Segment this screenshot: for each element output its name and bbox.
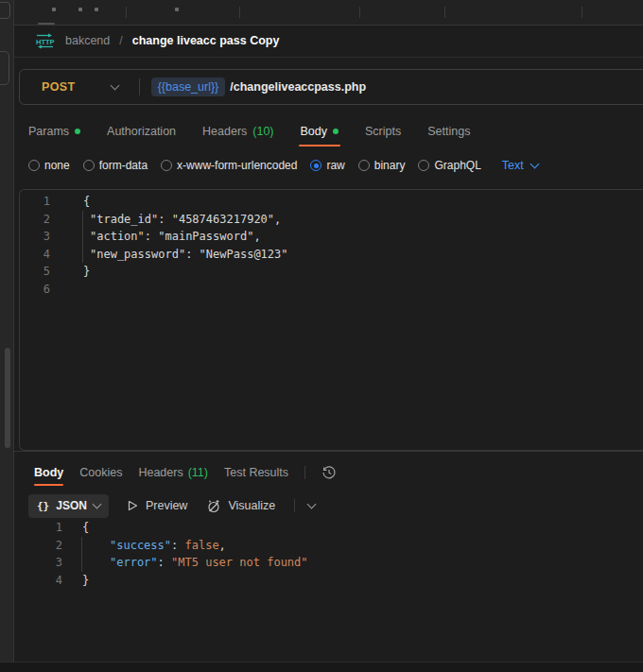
body-mode-form-data[interactable]: form-data xyxy=(83,159,148,172)
http-method-icon: HTTP xyxy=(34,33,56,49)
body-mode-raw[interactable]: raw xyxy=(310,159,344,172)
url-bar: POST {{base_url}} /changeliveaccpass.php xyxy=(19,69,643,105)
tab-params[interactable]: Params xyxy=(28,113,80,149)
tab-headers[interactable]: Headers(10) xyxy=(202,113,273,149)
radio-dot-icon xyxy=(314,164,319,168)
breadcrumb-collection[interactable]: bakcend xyxy=(65,34,110,47)
request-body-editor[interactable]: 1{2"trade_id": "4587463217920",3"action"… xyxy=(19,189,643,451)
tab-body[interactable]: Body xyxy=(301,113,339,149)
tab-label: Headers xyxy=(202,125,247,138)
code-line[interactable]: 2"trade_id": "4587463217920", xyxy=(20,211,643,229)
breadcrumb-separator: / xyxy=(119,34,122,47)
response-tabs-divider xyxy=(304,466,305,479)
curly-braces-icon: {} xyxy=(37,500,49,512)
rail-button-partial[interactable] xyxy=(0,51,9,85)
breadcrumb: HTTP bakcend / change liveacc pass Copy xyxy=(14,25,643,58)
left-rail xyxy=(0,0,14,672)
code-line: 1{ xyxy=(14,519,643,537)
tab-scripts[interactable]: Scripts xyxy=(365,113,401,149)
code-line[interactable]: 5} xyxy=(20,263,643,281)
body-mode-label: x-www-form-urlencoded xyxy=(177,159,297,172)
token-key: "error" xyxy=(110,556,158,569)
indent-guide xyxy=(82,228,83,246)
body-mode-none[interactable]: none xyxy=(28,159,70,172)
body-mode-x-www-form-urlencoded[interactable]: x-www-form-urlencoded xyxy=(161,159,297,172)
tab-label: Scripts xyxy=(365,125,401,138)
line-number: 5 xyxy=(20,263,50,281)
wand-icon xyxy=(206,499,220,513)
footer-bar xyxy=(0,662,643,672)
line-number: 1 xyxy=(14,519,62,537)
topbar-tab-remnant-dot xyxy=(78,8,82,11)
code-line: 4} xyxy=(14,572,643,590)
tab-label: Settings xyxy=(427,125,470,138)
preview-button[interactable]: Preview xyxy=(128,499,187,512)
tab-label: Body xyxy=(301,125,328,138)
token-key: "success" xyxy=(110,539,171,552)
play-icon xyxy=(128,500,138,511)
app-topbar xyxy=(14,0,643,26)
indent-guide xyxy=(81,554,82,572)
tab-authorization[interactable]: Authorization xyxy=(107,113,176,149)
response-format-button[interactable]: {} JSON xyxy=(28,494,109,518)
radio-icon xyxy=(358,160,370,171)
radio-icon xyxy=(310,160,322,171)
response-tab-cookies[interactable]: Cookies xyxy=(79,459,122,486)
rail-scrollbar[interactable] xyxy=(5,348,10,448)
code-text: { xyxy=(82,519,89,537)
code-line[interactable]: 6 xyxy=(20,281,643,299)
url-variable-chip[interactable]: {{base_url}} xyxy=(151,78,226,96)
format-chevron-icon xyxy=(92,500,101,509)
url-path[interactable]: /changeliveaccpass.php xyxy=(230,80,366,94)
body-mode-graphql[interactable]: GraphQL xyxy=(418,159,480,172)
toolbar-more-chevron-icon[interactable] xyxy=(307,500,317,509)
code-line[interactable]: 4"new_password": "NewPass@123" xyxy=(20,246,643,264)
response-tab-headers[interactable]: Headers(11) xyxy=(138,459,208,486)
response-format-label: JSON xyxy=(56,499,87,512)
code-line[interactable]: 1{ xyxy=(20,193,643,211)
method-chevron-icon[interactable] xyxy=(110,81,119,91)
preview-label: Preview xyxy=(146,499,187,512)
topbar-tab-separator xyxy=(239,7,240,18)
section-divider xyxy=(14,451,643,452)
response-body-viewer[interactable]: 1{2"success": false,3"error": "MT5 user … xyxy=(14,519,643,589)
response-tab-test-results[interactable]: Test Results xyxy=(224,459,288,486)
url-row: POST {{base_url}} /changeliveaccpass.php xyxy=(14,58,643,113)
token-punct: : xyxy=(171,539,184,552)
body-mode-label: raw xyxy=(326,159,344,172)
body-mode-binary[interactable]: binary xyxy=(358,159,406,172)
topbar-tab-remnant-dot xyxy=(175,8,179,11)
code-text: "action": "mainPassword", xyxy=(83,228,261,246)
response-tabs: BodyCookiesHeaders(11)Test Results xyxy=(14,459,643,486)
code-text: { xyxy=(83,193,90,211)
code-line[interactable]: 3"action": "mainPassword", xyxy=(20,228,643,246)
response-history-icon[interactable] xyxy=(322,465,337,480)
line-number: 2 xyxy=(20,211,50,229)
token-value: false xyxy=(184,539,218,552)
rail-button-partial[interactable] xyxy=(0,2,10,19)
tab-settings[interactable]: Settings xyxy=(427,113,470,149)
indent-guide xyxy=(81,537,82,555)
tab-count-badge: (10) xyxy=(252,125,273,138)
body-mode-label: form-data xyxy=(99,159,148,172)
body-mode-label: none xyxy=(44,159,70,172)
svg-text:HTTP: HTTP xyxy=(36,37,55,45)
body-mode-label: GraphQL xyxy=(434,159,480,172)
token-value: "MT5 user not found" xyxy=(171,556,308,569)
tab-label: Test Results xyxy=(224,466,288,479)
token-punct: } xyxy=(82,574,89,587)
modified-dot-icon xyxy=(333,129,339,134)
body-mode-options: noneform-datax-www-form-urlencodedrawbin… xyxy=(14,149,643,181)
visualize-button[interactable]: Visualize xyxy=(206,499,275,513)
radio-icon xyxy=(418,160,429,171)
raw-format-selector[interactable]: Text xyxy=(502,159,538,172)
url-bar-divider xyxy=(139,78,140,95)
code-text: "trade_id": "4587463217920", xyxy=(83,211,281,229)
line-number: 4 xyxy=(14,572,62,590)
response-tab-body[interactable]: Body xyxy=(34,459,63,486)
token-punct: : xyxy=(158,556,171,569)
code-line: 3"error": "MT5 user not found" xyxy=(14,554,643,572)
request-title[interactable]: change liveacc pass Copy xyxy=(132,34,280,47)
tab-label: Authorization xyxy=(107,125,176,138)
code-text: "error": "MT5 user not found" xyxy=(82,554,308,572)
